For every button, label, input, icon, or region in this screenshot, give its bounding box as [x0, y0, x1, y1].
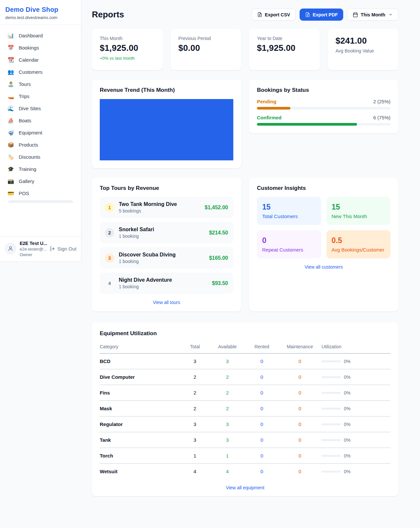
- customer-insights-card: Customer Insights 15 Total Customers 15 …: [249, 178, 398, 312]
- sidebar-item-discounts[interactable]: 🏷️ Discounts: [4, 151, 77, 163]
- insight-label: Repeat Customers: [262, 247, 316, 253]
- equipment-available: 1: [209, 453, 245, 458]
- brand-domain: demo.test.divestreams.com: [5, 15, 76, 20]
- stat-card-this-month: This Month $1,925.00 +0% vs last month: [92, 29, 163, 70]
- utilization-percent: 0%: [344, 359, 350, 364]
- equipment-maintenance: 0: [278, 374, 322, 380]
- column-header: Total: [180, 344, 209, 349]
- status-progress-fill: [257, 123, 357, 126]
- equipment-category: Wetsuit: [100, 469, 180, 474]
- user-role: Owner: [20, 252, 46, 257]
- equipment-category: Tank: [100, 437, 180, 443]
- sidebar-item-boats[interactable]: ⛵ Boats: [4, 114, 77, 127]
- tour-row[interactable]: 3 Discover Scuba Diving 1 booking $165.0…: [100, 247, 233, 269]
- avatar: [5, 243, 16, 254]
- equipment-available: 4: [209, 469, 245, 474]
- equipment-rented: 0: [245, 469, 278, 474]
- export-csv-button[interactable]: Export CSV: [252, 9, 296, 21]
- top-tours-title: Top Tours by Revenue: [100, 185, 233, 192]
- status-label: Confirmed: [257, 115, 282, 120]
- equipment-category: BCD: [100, 358, 180, 364]
- insight-tile-avg-bookings: 0.5 Avg Bookings/Customer: [326, 230, 391, 258]
- insight-label: New This Month: [332, 213, 386, 219]
- equipment-rented: 0: [245, 406, 278, 411]
- bar-chart-icon: 📊: [7, 33, 14, 38]
- sidebar-item-gallery[interactable]: 📸 Gallery: [4, 175, 77, 187]
- stat-delta: +0% vs last month: [100, 56, 155, 61]
- equipment-maintenance: 0: [278, 437, 322, 443]
- equipment-total: 2: [180, 390, 209, 396]
- tour-name: Two Tank Morning Dive: [119, 201, 200, 207]
- tour-bookings: 1 booking: [119, 234, 204, 239]
- sign-out-button[interactable]: Sign Out: [50, 246, 76, 252]
- utilization-bar: [322, 439, 341, 441]
- equipment-maintenance: 0: [278, 390, 322, 396]
- tour-amount: $1,452.00: [205, 205, 228, 211]
- utilization-bar: [322, 471, 341, 473]
- sidebar-item-customers[interactable]: 👥 Customers: [4, 66, 77, 78]
- user-footer: E2E Test U... e2e-tester@... Owner Sign …: [0, 236, 81, 261]
- export-pdf-button[interactable]: Export PDF: [300, 9, 343, 21]
- sidebar-item-dashboard[interactable]: 📊 Dashboard: [4, 30, 77, 42]
- sidebar-item-pos[interactable]: 💳 POS: [4, 187, 77, 199]
- equipment-maintenance: 0: [278, 406, 322, 411]
- stat-label: Avg Booking Value: [336, 48, 391, 53]
- tear-off-calendar-icon: 📆: [7, 57, 14, 63]
- equipment-available: 2: [209, 374, 245, 380]
- equipment-available: 3: [209, 437, 245, 443]
- table-row: Regulator 3 3 0 0 0%: [100, 416, 390, 432]
- equipment-utilization-card: Equipment Utilization Category Total Ava…: [92, 322, 398, 496]
- insight-value: 0: [262, 236, 316, 245]
- equipment-total: 3: [180, 358, 209, 364]
- sidebar-item-equipment[interactable]: 🤿 Equipment: [4, 127, 77, 139]
- sidebar-item-trips[interactable]: 🚤 Trips: [4, 90, 77, 102]
- equipment-available: 3: [209, 358, 245, 364]
- column-header: Maintenance: [278, 344, 322, 349]
- equipment-rented: 0: [245, 453, 278, 458]
- revenue-trend-chart: [100, 99, 233, 160]
- sidebar-item-products[interactable]: 📦 Products: [4, 139, 77, 151]
- brand-name: Demo Dive Shop: [5, 6, 76, 13]
- file-download-icon: [257, 12, 262, 17]
- status-count: 6 (75%): [373, 115, 390, 120]
- insight-tile-new-this-month: 15 New This Month: [326, 197, 391, 225]
- sidebar-item-partial-highlight[interactable]: [8, 200, 73, 203]
- tour-amount: $165.00: [209, 255, 228, 261]
- utilization-bar: [322, 455, 341, 457]
- equipment-total: 2: [180, 406, 209, 411]
- equipment-maintenance: 0: [278, 453, 322, 458]
- view-all-equipment-link[interactable]: View all equipment: [100, 485, 390, 490]
- insight-value: 0.5: [332, 236, 386, 245]
- sidebar-item-label: Tours: [19, 81, 31, 87]
- period-select[interactable]: This Month: [347, 9, 398, 21]
- diving-mask-icon: 🤿: [7, 130, 14, 135]
- sidebar-item-dive-sites[interactable]: 🌊 Dive Sites: [4, 102, 77, 114]
- sidebar-item-tours[interactable]: 🏝️ Tours: [4, 78, 77, 90]
- equipment-maintenance: 0: [278, 469, 322, 474]
- equipment-category: Regulator: [100, 421, 180, 427]
- camera-flash-icon: 📸: [7, 179, 14, 184]
- tour-row[interactable]: 2 Snorkel Safari 1 booking $214.50: [100, 222, 233, 243]
- sign-out-label: Sign Out: [57, 246, 76, 252]
- sidebar-item-label: Products: [19, 142, 38, 148]
- column-header: Available: [209, 344, 245, 349]
- sidebar-item-calendar[interactable]: 📆 Calendar: [4, 54, 77, 66]
- tour-row[interactable]: 4 Night Dive Adventure 1 booking $93.50: [100, 273, 233, 294]
- revenue-trend-title: Revenue Trend (This Month): [100, 87, 233, 93]
- equipment-maintenance: 0: [278, 358, 322, 364]
- user-email: e2e-tester@...: [20, 247, 46, 252]
- view-all-customers-link[interactable]: View all customers: [257, 264, 390, 270]
- tour-amount: $93.50: [212, 280, 228, 286]
- tour-row[interactable]: 1 Two Tank Morning Dive 5 bookings $1,45…: [100, 197, 233, 218]
- sidebar-item-bookings[interactable]: 📅 Bookings: [4, 42, 77, 54]
- status-row-pending: Pending 2 (25%): [257, 99, 390, 110]
- sidebar-item-training[interactable]: 🎓 Training: [4, 163, 77, 175]
- equipment-available: 2: [209, 406, 245, 411]
- rank-badge: 1: [105, 203, 114, 212]
- sidebar-item-label: Customers: [19, 69, 43, 75]
- brand-block: Demo Dive Shop demo.test.divestreams.com: [0, 0, 81, 25]
- equipment-available: 2: [209, 390, 245, 396]
- stats-row: This Month $1,925.00 +0% vs last month P…: [92, 29, 398, 70]
- file-download-icon: [305, 12, 310, 17]
- view-all-tours-link[interactable]: View all tours: [100, 300, 233, 305]
